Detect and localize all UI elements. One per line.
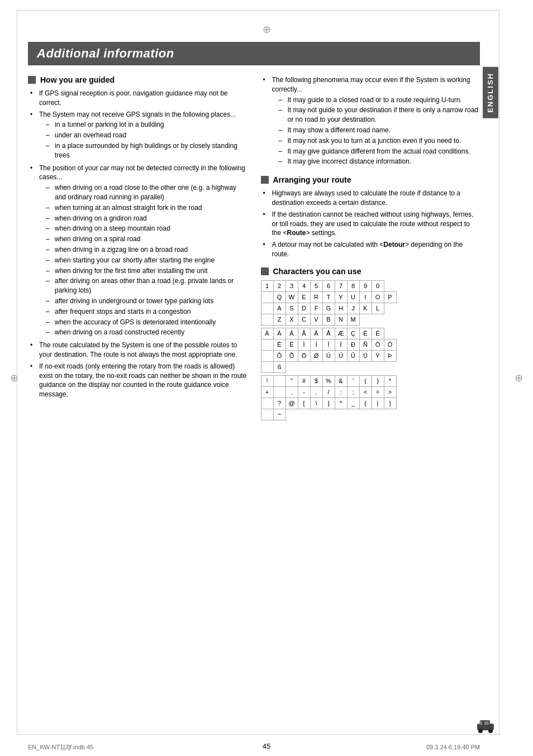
footer: EN_KW-NT1[J]f.indb 45 09.3.24 6:19:40 PM bbox=[28, 744, 480, 750]
sub-item: – under an overhead road bbox=[46, 131, 248, 140]
char-cell: L bbox=[372, 303, 384, 314]
sub-item: – after driving on areas other than a ro… bbox=[46, 276, 248, 295]
bullet-dot: • bbox=[263, 75, 271, 168]
bullet-text: The route calculated by the System is on… bbox=[39, 341, 248, 360]
char-cell: Ó bbox=[384, 339, 396, 350]
reg-mark-left: ⊕ bbox=[10, 372, 18, 384]
arranging-route-heading: Arranging your route bbox=[273, 175, 351, 184]
char-cell: Ü bbox=[359, 350, 372, 361]
char-cell: 9 bbox=[359, 280, 372, 291]
car-icon bbox=[474, 717, 497, 734]
bullet-dot: • bbox=[263, 210, 271, 238]
sub-item: – It may give incorrect distance informa… bbox=[279, 157, 480, 166]
char-cell: ] bbox=[322, 398, 335, 409]
char-cell bbox=[261, 398, 273, 409]
char-cell: Ù bbox=[322, 350, 335, 361]
characters-heading: Characters you can use bbox=[273, 267, 361, 276]
char-cell bbox=[261, 291, 273, 303]
char-cell: : bbox=[335, 386, 347, 398]
char-cell: Õ bbox=[285, 350, 298, 361]
char-cell: 7 bbox=[335, 280, 347, 291]
list-item: • The route calculated by the System is … bbox=[30, 341, 248, 360]
heading-box bbox=[261, 267, 269, 275]
border-right bbox=[499, 10, 499, 735]
list-item: • If no-exit roads (only entering the ro… bbox=[30, 362, 248, 399]
char-cell: ~ bbox=[273, 409, 285, 420]
char-cell: ? bbox=[273, 398, 285, 409]
char-cell: Ú bbox=[335, 350, 347, 361]
char-cell bbox=[261, 409, 273, 420]
sub-item: – in a place surrounded by high building… bbox=[46, 141, 248, 160]
char-cell: ' bbox=[347, 375, 359, 386]
char-cell: F bbox=[310, 303, 322, 314]
char-cell: ) bbox=[372, 375, 384, 386]
char-cell: Á bbox=[273, 328, 285, 339]
list-item: • The position of your car may not be de… bbox=[30, 164, 248, 339]
char-cell: ß bbox=[273, 361, 285, 372]
char-cell: W bbox=[285, 291, 298, 303]
char-cell: ; bbox=[347, 386, 359, 398]
phenomena-list: • The following phenomena may occur even… bbox=[263, 75, 480, 168]
char-cell: Q bbox=[273, 291, 285, 303]
bullet-text: The position of your car may not be dete… bbox=[39, 164, 248, 339]
main-content: Additional information How you are guide… bbox=[28, 42, 480, 725]
char-cell: È bbox=[359, 328, 372, 339]
sub-list: – in a tunnel or parking lot in a buildi… bbox=[46, 120, 248, 160]
char-cell bbox=[273, 386, 285, 398]
sub-item: – It may give guidance different from th… bbox=[279, 147, 480, 156]
char-cell: S bbox=[285, 303, 298, 314]
bullet-dot: • bbox=[30, 362, 38, 399]
char-cell bbox=[273, 375, 285, 386]
characters-table: 1 2 3 4 5 6 7 8 9 0 Q W bbox=[261, 280, 397, 420]
reg-mark-right: ⊕ bbox=[515, 372, 523, 384]
char-cell: Ä bbox=[310, 328, 322, 339]
char-cell: E bbox=[298, 291, 310, 303]
char-cell: P bbox=[384, 291, 396, 303]
char-cell: \ bbox=[310, 398, 322, 409]
char-cell: B bbox=[322, 314, 335, 325]
char-cell: . bbox=[310, 386, 322, 398]
char-cell: ( bbox=[359, 375, 372, 386]
char-cell: , bbox=[285, 386, 298, 398]
list-item: • Highways are always used to calculate … bbox=[263, 189, 480, 208]
char-cell: / bbox=[322, 386, 335, 398]
list-item: • The following phenomena may occur even… bbox=[263, 75, 480, 168]
bullet-text: The following phenomena may occur even i… bbox=[272, 75, 480, 168]
char-cell: } bbox=[384, 398, 396, 409]
char-cell: 4 bbox=[298, 280, 310, 291]
char-cell: Ý bbox=[372, 350, 384, 361]
section-characters: Characters you can use bbox=[261, 267, 480, 276]
col-left: How you are guided • If GPS signal recep… bbox=[28, 75, 248, 420]
char-cell: R bbox=[310, 291, 322, 303]
char-cell: # bbox=[298, 375, 310, 386]
char-cell: - bbox=[298, 386, 310, 398]
english-label: ENGLISH bbox=[483, 67, 498, 118]
bullet-text: If the destination cannot be reached wit… bbox=[272, 210, 480, 238]
bullet-dot: • bbox=[30, 110, 38, 161]
sub-item: – after driving in underground or tower … bbox=[46, 296, 248, 306]
char-cell: M bbox=[347, 314, 359, 325]
char-cell: G bbox=[322, 303, 335, 314]
reg-mark-top: ⊕ bbox=[263, 23, 271, 36]
char-cell: 8 bbox=[347, 280, 359, 291]
border-top bbox=[17, 10, 499, 11]
char-cell: Ï bbox=[335, 339, 347, 350]
heading-box bbox=[261, 176, 269, 184]
char-cell: N bbox=[335, 314, 347, 325]
sub-item: – in a tunnel or parking lot in a buildi… bbox=[46, 120, 248, 130]
bullet-dot: • bbox=[263, 240, 271, 259]
char-cell: J bbox=[347, 303, 359, 314]
sub-item: – when starting your car shortly after s… bbox=[46, 256, 248, 265]
sub-item: – when driving on a road close to the ot… bbox=[46, 183, 248, 202]
char-cell: * bbox=[384, 375, 396, 386]
arranging-route-list: • Highways are always used to calculate … bbox=[263, 189, 480, 259]
char-cell: H bbox=[335, 303, 347, 314]
char-cell bbox=[261, 314, 273, 325]
border-bottom bbox=[17, 734, 499, 735]
how-you-are-guided-heading: How you are guided bbox=[40, 75, 115, 84]
char-cell: [ bbox=[298, 398, 310, 409]
sub-list: – It may guide to a closed road or to a … bbox=[279, 95, 480, 167]
sub-item: – It may not guide to your destination i… bbox=[279, 106, 480, 125]
sub-item: – after frequent stops and starts in a c… bbox=[46, 307, 248, 317]
char-cell: ^ bbox=[335, 398, 347, 409]
